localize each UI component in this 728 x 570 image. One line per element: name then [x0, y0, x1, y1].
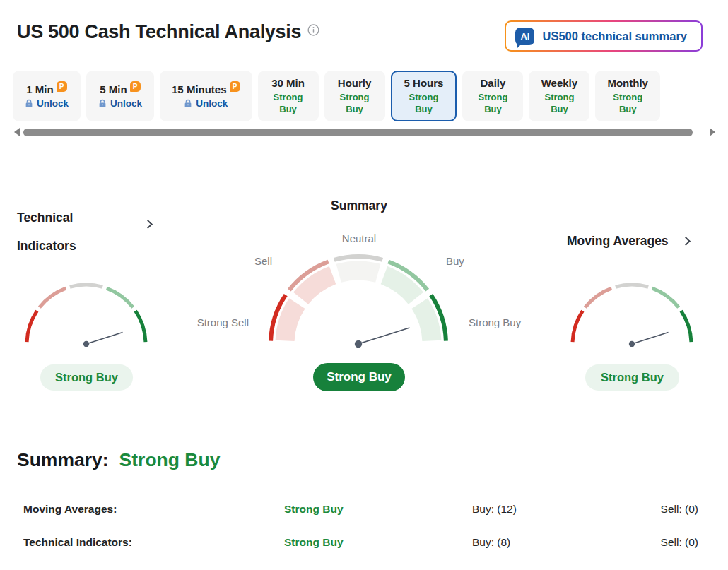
technical-indicators-link[interactable]: Technical Indicators	[17, 203, 130, 260]
ai-button-label: US500 technical summary	[542, 30, 687, 43]
moving-averages-gauge	[570, 282, 694, 347]
pro-badge-icon: P	[130, 81, 141, 92]
page-title: US 500 Cash Technical Analysis	[17, 21, 301, 43]
gauge-needle	[632, 333, 669, 345]
scroll-right-arrow-icon[interactable]	[710, 128, 715, 136]
timeframe-tabs: 1 Min P Unlock 5 Min P Unlock 15 Minutes…	[13, 71, 660, 121]
pro-badge-icon: P	[57, 81, 67, 92]
tab-signal: Strong Buy	[474, 92, 511, 116]
gauge-needle	[358, 328, 410, 344]
tab-label: 15 Minutes	[172, 83, 227, 95]
row-sell-count: Sell: (0)	[613, 503, 715, 516]
scale-label-strong-buy: Strong Buy	[469, 316, 525, 330]
summary-gauge	[266, 252, 450, 348]
gauge-needle	[86, 333, 123, 345]
row-sell-count: Sell: (0)	[613, 536, 715, 549]
scale-label-buy: Buy	[446, 254, 488, 268]
tab-signal: Strong Buy	[541, 92, 577, 116]
summary-table: Moving Averages: Strong Buy Buy: (12) Se…	[13, 492, 715, 559]
tab-weekly[interactable]: Weekly Strong Buy	[529, 71, 589, 121]
lock-icon	[25, 99, 33, 108]
ai-chat-icon: AI	[515, 28, 534, 45]
row-buy-count: Buy: (12)	[472, 503, 613, 516]
chevron-right-icon	[681, 237, 691, 246]
scale-label-sell: Sell	[230, 254, 272, 268]
tab-signal: Strong Buy	[336, 92, 373, 116]
table-row-technical-indicators: Technical Indicators: Strong Buy Buy: (8…	[13, 526, 715, 559]
tab-label: 5 Hours	[404, 77, 444, 89]
ai-summary-button[interactable]: AI US500 technical summary	[505, 20, 703, 52]
tab-signal: Strong Buy	[405, 92, 442, 116]
chevron-right-icon[interactable]	[143, 220, 153, 229]
row-signal: Strong Buy	[284, 536, 472, 549]
summary-gauge-title: Summary	[267, 198, 451, 213]
technical-analysis-page: US 500 Cash Technical Analysis AI US500 …	[0, 0, 728, 570]
row-label: Technical Indicators:	[13, 536, 284, 549]
tab-label: 1 Min	[26, 83, 53, 95]
technical-indicators-gauge	[24, 282, 148, 347]
tabs-scrollbar	[14, 127, 715, 137]
scale-label-strong-sell: Strong Sell	[192, 316, 249, 330]
tab-monthly[interactable]: Monthly Strong Buy	[595, 71, 660, 121]
tab-daily[interactable]: Daily Strong Buy	[462, 71, 523, 121]
pro-badge-icon: P	[230, 81, 240, 92]
tab-15-minutes[interactable]: 15 Minutes P Unlock	[160, 71, 252, 121]
unlock-button[interactable]: Unlock	[184, 98, 228, 109]
tab-hourly[interactable]: Hourly Strong Buy	[324, 71, 385, 121]
summary-heading-label: Summary:	[17, 449, 109, 471]
technical-indicators-signal-pill: Strong Buy	[40, 364, 133, 391]
unlock-button[interactable]: Unlock	[25, 98, 69, 109]
moving-averages-link[interactable]: Moving Averages	[567, 234, 689, 249]
tab-label: Monthly	[607, 77, 648, 89]
tab-5-hours[interactable]: 5 Hours Strong Buy	[391, 71, 457, 121]
scrollbar-track[interactable]	[23, 128, 706, 136]
tab-30-min[interactable]: 30 Min Strong Buy	[258, 71, 319, 121]
tab-label: 30 Min	[271, 77, 305, 89]
lock-icon	[184, 99, 192, 108]
table-row-moving-averages: Moving Averages: Strong Buy Buy: (12) Se…	[13, 492, 715, 526]
row-signal: Strong Buy	[284, 503, 472, 516]
moving-averages-signal-pill: Strong Buy	[585, 364, 679, 391]
tab-label: Daily	[480, 77, 505, 89]
tab-5-min[interactable]: 5 Min P Unlock	[86, 71, 154, 121]
info-icon[interactable]	[307, 24, 319, 39]
summary-heading-value: Strong Buy	[119, 449, 221, 471]
scroll-left-arrow-icon[interactable]	[14, 128, 20, 136]
tab-label: Weekly	[541, 77, 577, 89]
page-header: US 500 Cash Technical Analysis	[17, 21, 319, 43]
row-buy-count: Buy: (8)	[472, 536, 613, 549]
row-label: Moving Averages:	[13, 503, 284, 516]
scrollbar-thumb[interactable]	[23, 129, 693, 136]
tab-label: 5 Min	[100, 83, 127, 95]
unlock-button[interactable]: Unlock	[98, 98, 142, 109]
tab-1-min[interactable]: 1 Min P Unlock	[13, 71, 81, 121]
lock-icon	[98, 99, 107, 108]
summary-signal-pill: Strong Buy	[313, 363, 405, 391]
scale-label-neutral: Neutral	[332, 232, 386, 246]
tab-signal: Strong Buy	[609, 92, 646, 116]
summary-heading: Summary: Strong Buy	[17, 449, 220, 471]
tab-label: Hourly	[338, 77, 372, 89]
tab-signal: Strong Buy	[270, 92, 307, 116]
